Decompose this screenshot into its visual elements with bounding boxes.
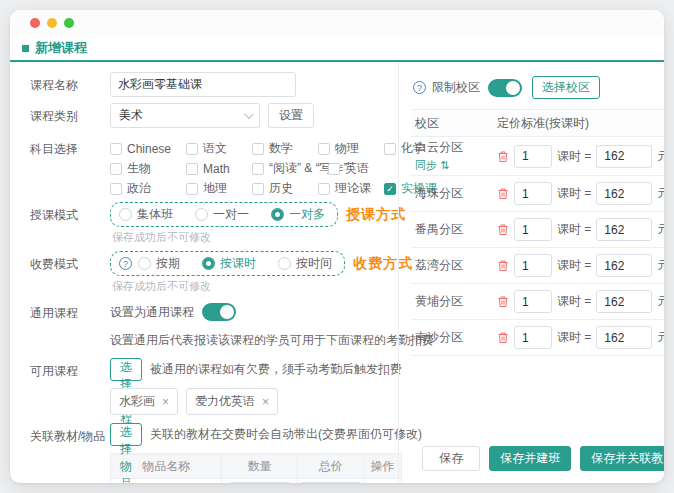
radio-option-label: 集体班	[137, 206, 173, 223]
subject-checkbox[interactable]: “阅读” & “写作”	[252, 160, 326, 177]
campus-row: 荔湾分区 课时 = 元 +	[411, 248, 664, 284]
subject-checkbox[interactable]: 政治	[110, 180, 184, 197]
form-row-course-name: 课程名称	[30, 72, 394, 98]
checkbox-icon: ✓	[384, 183, 396, 195]
general-course-toggle[interactable]	[202, 303, 236, 321]
window-close-button[interactable]	[30, 18, 40, 28]
restrict-campus-toggle[interactable]	[488, 79, 522, 97]
course-category-select[interactable]: 美术	[110, 103, 260, 128]
material-price-input[interactable]	[300, 482, 362, 483]
subject-checkbox[interactable]: 英语	[328, 160, 392, 177]
materials-hint: 关联的教材在交费时会自动带出(交费界面仍可修改)	[150, 423, 422, 446]
charge-mode-note: 保存成功后不可修改	[112, 279, 394, 294]
delete-campus-icon[interactable]	[497, 295, 509, 308]
checkbox-icon	[186, 143, 198, 155]
campus-table-header: 校区 定价标准(按课时)	[411, 110, 664, 137]
subject-checkbox[interactable]: 生物	[110, 160, 184, 177]
checkbox-icon	[186, 183, 198, 195]
app-window: 新增课程 课程名称 课程类别 美术 设置	[10, 10, 664, 483]
teach-mode-annotation: 授课方式	[346, 206, 406, 224]
campus-name: 南沙分区	[415, 329, 497, 346]
subject-checkbox-label: Chinese	[127, 142, 171, 156]
tag-remove-icon[interactable]: ×	[262, 395, 269, 409]
help-icon[interactable]: ?	[413, 81, 426, 94]
radio-option[interactable]: 一对一	[195, 206, 249, 223]
unit-label: 课时 =	[557, 257, 591, 274]
save-and-link-teacher-button[interactable]: 保存并关联教师	[580, 446, 664, 471]
campus-rate-input[interactable]	[596, 290, 652, 313]
campus-rate-input[interactable]	[596, 218, 652, 241]
radio-icon	[271, 208, 284, 221]
subject-checkbox[interactable]: Chinese	[110, 142, 184, 156]
radio-option[interactable]: 集体班	[119, 206, 173, 223]
subject-checkbox[interactable]: 物理	[318, 140, 382, 157]
radio-option[interactable]: 按期	[138, 255, 180, 272]
unit-label: 课时 =	[557, 148, 591, 165]
delete-campus-icon[interactable]	[497, 259, 509, 272]
radio-option-label: 按期	[156, 255, 180, 272]
radio-option[interactable]: 按时间	[278, 255, 332, 272]
subject-checkbox[interactable]: 理论课	[318, 180, 382, 197]
delete-campus-icon[interactable]	[497, 331, 509, 344]
checkbox-icon	[110, 183, 122, 195]
window-minimize-button[interactable]	[47, 18, 57, 28]
materials-table-body: 画架 画板 彩笔	[111, 479, 402, 484]
select-material-button[interactable]: 选择物品	[110, 423, 142, 446]
checkbox-icon	[110, 163, 122, 175]
save-and-create-class-button[interactable]: 保存并建班	[489, 446, 571, 471]
campus-rate-input[interactable]	[596, 145, 652, 168]
subject-checkbox-label: 数学	[269, 140, 293, 157]
subject-checkbox[interactable]: 数学	[252, 140, 316, 157]
teach-mode-note: 保存成功后不可修改	[112, 230, 394, 245]
campus-rate-input[interactable]	[596, 254, 652, 277]
save-button[interactable]: 保存	[422, 446, 480, 471]
delete-campus-icon[interactable]	[497, 150, 509, 163]
campus-rate-input[interactable]	[596, 182, 652, 205]
radio-icon	[138, 257, 151, 270]
subject-checkbox[interactable]: 语文	[186, 140, 250, 157]
delete-campus-icon[interactable]	[497, 223, 509, 236]
subjects-row: 政治 地理 历史 理论课 ✓ 实操课	[110, 180, 394, 197]
delete-campus-icon[interactable]	[497, 187, 509, 200]
campus-qty-input[interactable]	[514, 290, 552, 313]
campus-rate-input[interactable]	[596, 326, 652, 349]
radio-option[interactable]: 按课时	[202, 255, 256, 272]
form-row-teach-mode: 授课模式 集体班 一对一 一对多 授课方式 保存成功后不可修改	[30, 202, 394, 251]
radio-icon	[202, 257, 215, 270]
form-row-subjects: 科目选择 Chinese 语文 数学 物理 化学 生物 Math “阅读” & …	[30, 134, 394, 200]
select-course-button[interactable]: 选择课程	[110, 358, 142, 381]
subject-checkbox-label: Math	[203, 162, 230, 176]
page-header: 新增课程	[10, 36, 664, 62]
campus-qty-input[interactable]	[514, 218, 552, 241]
campus-qty-input[interactable]	[514, 182, 552, 205]
radio-option-label: 按课时	[220, 255, 256, 272]
campus-sync-link[interactable]: 同步 ⇅	[415, 158, 497, 173]
materials-column-header: 数量	[222, 454, 298, 479]
unit-label: 课时 =	[557, 221, 591, 238]
material-row: 画架	[111, 479, 402, 484]
checkbox-icon	[328, 163, 340, 175]
campus-qty-input[interactable]	[514, 145, 552, 168]
subject-checkbox[interactable]: 历史	[252, 180, 316, 197]
subject-checkbox[interactable]: Math	[186, 162, 250, 176]
subject-checkbox[interactable]: 地理	[186, 180, 250, 197]
campus-qty-input[interactable]	[514, 254, 552, 277]
campus-qty-input[interactable]	[514, 326, 552, 349]
course-name-input[interactable]	[110, 72, 296, 97]
price-header-label: 定价标准(按课时)	[497, 115, 589, 132]
help-icon[interactable]: ?	[119, 257, 132, 270]
checkbox-icon	[318, 183, 330, 195]
available-courses-hint: 被通用的课程如有欠费，须手动考勤后触发扣费	[150, 358, 402, 381]
radio-option[interactable]: 一对多	[271, 206, 325, 223]
campus-row: 南沙分区 课时 = 元 +	[411, 320, 664, 356]
select-campus-button[interactable]: 选择校区	[532, 76, 600, 99]
subject-checkbox-label: 历史	[269, 180, 293, 197]
category-settings-button[interactable]: 设置	[268, 103, 314, 128]
currency-label: 元	[657, 329, 664, 346]
material-qty-input[interactable]	[229, 482, 291, 483]
window-zoom-button[interactable]	[64, 18, 74, 28]
materials-column-header: 操作	[364, 454, 402, 479]
subject-checkbox-label: 物理	[335, 140, 359, 157]
form-row-available-courses: 可用课程 选择课程 被通用的课程如有欠费，须手动考勤后触发扣费 水彩画 × 爱力…	[30, 358, 394, 415]
tag-remove-icon[interactable]: ×	[162, 395, 169, 409]
